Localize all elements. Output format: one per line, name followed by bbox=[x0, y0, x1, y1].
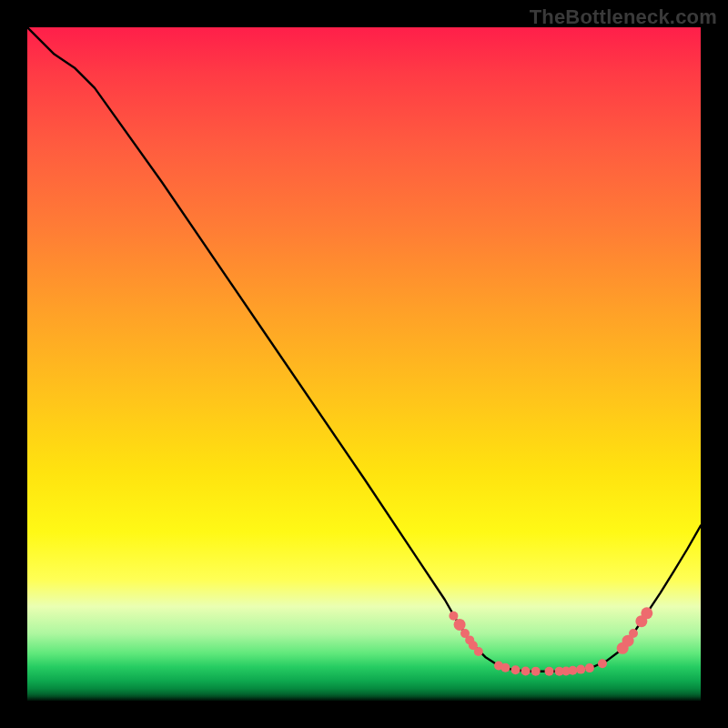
marker-group bbox=[449, 607, 652, 676]
curve-layer bbox=[27, 27, 701, 701]
data-marker bbox=[585, 663, 594, 672]
data-marker bbox=[641, 607, 652, 619]
data-marker bbox=[598, 659, 607, 668]
data-marker bbox=[545, 667, 554, 676]
data-marker bbox=[576, 665, 585, 674]
data-marker bbox=[500, 663, 510, 672]
data-marker bbox=[521, 666, 531, 675]
data-marker bbox=[531, 667, 541, 676]
bottleneck-curve bbox=[27, 27, 701, 672]
data-marker bbox=[568, 666, 577, 675]
chart-frame: TheBottleneck.com bbox=[0, 0, 728, 728]
data-marker bbox=[629, 629, 638, 638]
plot-area bbox=[27, 27, 701, 701]
data-marker bbox=[449, 612, 458, 621]
data-marker bbox=[454, 619, 466, 631]
data-marker bbox=[474, 647, 483, 656]
data-marker bbox=[511, 665, 521, 674]
watermark-text: TheBottleneck.com bbox=[530, 5, 717, 29]
